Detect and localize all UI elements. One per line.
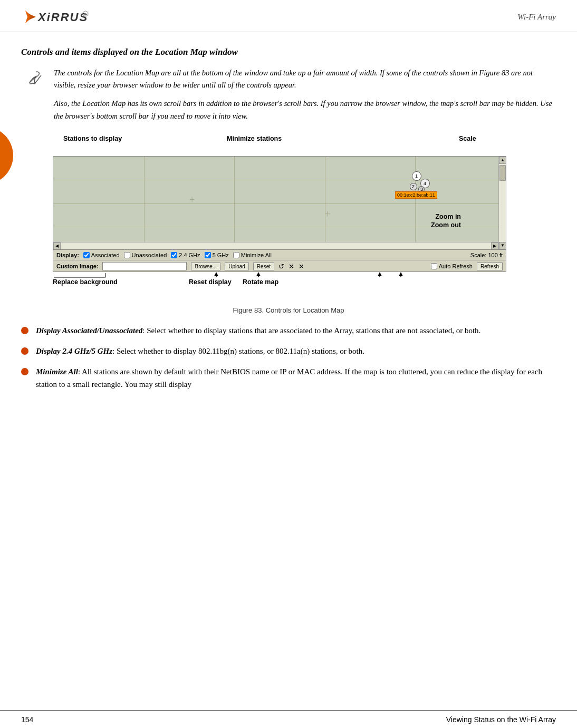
section-heading: Controls and items displayed on the Loca…	[21, 47, 556, 57]
bullet-text-3: Minimize All: All stations are shown by …	[36, 366, 556, 391]
station-mac-label: 00:1e:c2:be:ab:11	[395, 191, 437, 199]
display-label: Display:	[56, 252, 79, 258]
above-annotations: Stations to display Minimize stations Sc…	[53, 135, 506, 156]
associated-checkbox-label[interactable]: Associated	[83, 252, 120, 258]
rotate-map-label: Rotate map	[243, 278, 278, 286]
map-cross1: +	[189, 194, 195, 206]
zoom-in-label: Zoom in	[431, 213, 461, 220]
bullet-dot-3	[21, 368, 28, 375]
refresh-button[interactable]: Refresh	[477, 263, 503, 270]
ghz24-checkbox[interactable]	[171, 252, 177, 258]
unassociated-checkbox-label[interactable]: Unassociated	[124, 252, 167, 258]
main-content: Controls and items displayed on the Loca…	[0, 32, 577, 410]
bullet-desc-1: : Select whether to display stations tha…	[142, 326, 480, 335]
browse-button[interactable]: Browse...	[191, 263, 220, 270]
bullet-item-3: Minimize All: All stations are shown by …	[21, 366, 556, 391]
rotate-icon[interactable]: ✕	[299, 263, 304, 270]
ghz24-checkbox-label[interactable]: 2.4 GHz	[171, 252, 200, 258]
scroll-down-arrow[interactable]: ▼	[499, 242, 506, 249]
station-cluster: 1 4 2 3 00:1e:c2:be:ab:11	[390, 171, 432, 208]
custom-image-input[interactable]	[102, 262, 187, 270]
bullet-dot-2	[21, 347, 28, 355]
custom-image-row: Custom Image: Browse... Upload Reset ↺ ✕…	[53, 261, 506, 272]
bullet-term-3: Minimize All	[36, 367, 78, 376]
note-paragraph-1: The controls for the Location Map are al…	[54, 67, 556, 91]
scale-text: Scale: 100 ft	[470, 252, 503, 258]
page-header: XiRRUS R Wi-Fi Array	[0, 0, 577, 32]
map-cross2: +	[325, 208, 331, 220]
scrollbar-bottom[interactable]: ◀ ▶	[53, 242, 498, 249]
controls-bar: Display: Associated Unassociated 2.4 GHz	[53, 249, 506, 271]
ghz24-label: 2.4 GHz	[179, 252, 200, 258]
map-grid: + +	[53, 157, 506, 250]
zoom-labels: Zoom in Zoom out	[431, 213, 461, 229]
page-footer: 154 Viewing Status on the Wi-Fi Array	[0, 710, 577, 728]
svg-marker-9	[256, 272, 261, 276]
bullet-item-2: Display 2.4 GHz/5 GHz: Select whether to…	[21, 345, 556, 357]
reset-display-label: Reset display	[189, 278, 232, 286]
grid-line-v1	[144, 157, 145, 250]
footer-page-number: 154	[21, 715, 33, 724]
bullet-term-1: Display Associated/Unassociated	[36, 326, 142, 335]
display-controls-row: Display: Associated Unassociated 2.4 GHz	[53, 250, 506, 261]
auto-refresh-checkbox[interactable]	[431, 263, 437, 269]
stations-to-display-label: Stations to display	[63, 135, 122, 142]
unassociated-label: Unassociated	[132, 252, 167, 258]
figure-caption: Figure 83. Controls for Location Map	[21, 306, 556, 314]
svg-marker-13	[399, 272, 403, 276]
auto-refresh-text: Auto Refresh	[439, 263, 473, 269]
scroll-track-bottom	[61, 242, 491, 249]
minimize-all-checkbox[interactable]	[233, 252, 239, 258]
associated-label: Associated	[91, 252, 120, 258]
close-icon[interactable]: ✕	[288, 263, 294, 270]
unassociated-checkbox[interactable]	[124, 252, 130, 258]
ghz5-checkbox-label[interactable]: 5 GHz	[205, 252, 229, 258]
scale-label: Scale	[459, 135, 476, 142]
minimize-all-checkbox-label[interactable]: Minimize All	[233, 252, 272, 258]
note-paragraph-2: Also, the Location Map has its own scrol…	[54, 98, 556, 122]
figure-container: Stations to display Minimize stations Sc…	[21, 135, 556, 301]
ghz5-checkbox[interactable]	[205, 252, 211, 258]
scroll-right-arrow[interactable]: ▶	[491, 242, 498, 250]
logo-svg: XiRRUS R	[21, 6, 95, 27]
scrollbar-right[interactable]: ▲ ▼	[498, 157, 506, 249]
grid-line-v3	[325, 157, 325, 250]
svg-text:XiRRUS: XiRRUS	[37, 11, 88, 24]
bullet-desc-3: : All stations are shown by default with…	[36, 367, 542, 388]
bullet-dot-1	[21, 327, 28, 334]
annotation-arrows-svg	[53, 272, 506, 301]
associated-checkbox[interactable]	[83, 252, 90, 258]
bullet-text-2: Display 2.4 GHz/5 GHz: Select whether to…	[36, 345, 556, 357]
svg-marker-11	[378, 272, 382, 276]
grid-line-v2	[234, 157, 235, 250]
note-text: The controls for the Location Map are al…	[54, 67, 556, 122]
header-title: Wi-Fi Array	[517, 13, 556, 22]
bullet-desc-2: : Select whether to display 802.11bg(n) …	[112, 347, 364, 355]
svg-text:R: R	[84, 13, 86, 16]
grid-line-h2	[53, 203, 506, 204]
note-box: The controls for the Location Map are al…	[26, 67, 556, 122]
station-dot-1: 1	[412, 171, 421, 181]
note-icon	[26, 68, 45, 122]
bullet-list: Display Associated/Unassociated: Select …	[21, 325, 556, 391]
scroll-thumb-right[interactable]	[499, 165, 506, 181]
ghz5-label: 5 GHz	[213, 252, 229, 258]
upload-button[interactable]: Upload	[225, 263, 249, 270]
undo-icon[interactable]: ↺	[278, 263, 284, 270]
logo: XiRRUS R	[21, 6, 95, 27]
scroll-left-arrow[interactable]: ◀	[53, 242, 61, 250]
auto-refresh-label[interactable]: Auto Refresh	[431, 263, 473, 269]
minimize-stations-label: Minimize stations	[227, 135, 282, 142]
zoom-out-label: Zoom out	[431, 221, 461, 229]
below-annotations: Replace background Reset display Rotate …	[53, 272, 506, 301]
reset-button[interactable]: Reset	[253, 263, 274, 270]
bullet-term-2: Display 2.4 GHz/5 GHz	[36, 347, 112, 355]
minimize-all-label: Minimize All	[241, 252, 272, 258]
svg-marker-7	[214, 272, 218, 276]
grid-line-h1	[53, 180, 506, 180]
bullet-text-1: Display Associated/Unassociated: Select …	[36, 325, 556, 337]
bullet-item-1: Display Associated/Unassociated: Select …	[21, 325, 556, 337]
scroll-track-right	[499, 164, 506, 242]
scroll-up-arrow[interactable]: ▲	[499, 157, 506, 164]
custom-image-label: Custom Image:	[56, 263, 98, 269]
